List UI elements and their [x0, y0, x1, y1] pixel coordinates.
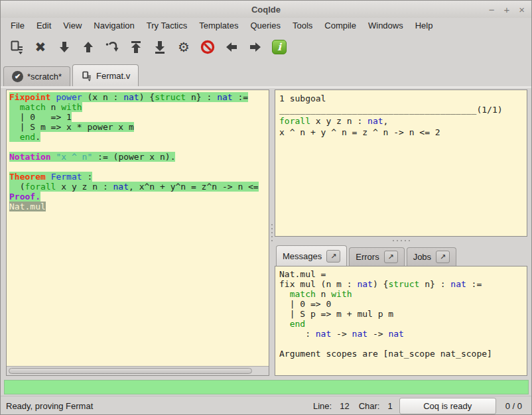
code-line: | S p => m + mul p m [279, 309, 523, 319]
menu-item-try-tactics[interactable]: Try Tactics [141, 19, 193, 32]
code-line: forall x y z n : nat, [279, 115, 523, 127]
code-line: fix mul (n m : nat) {struct n} : nat := [279, 279, 523, 289]
menu-item-templates[interactable]: Templates [193, 19, 244, 32]
check-circle-icon: ✔ [12, 71, 23, 82]
arrow-left-icon [224, 39, 239, 55]
go-to-cursor-icon [104, 39, 120, 55]
interrupt-icon [200, 39, 216, 55]
code-line: Argument scopes are [nat_scope nat_scope… [279, 349, 523, 359]
detach-errors-button[interactable]: ↗ [384, 251, 398, 263]
code-line: Proof. [9, 192, 269, 202]
job-counter: 0 / 0 [505, 401, 522, 411]
maximize-icon[interactable]: + [503, 5, 509, 15]
menu-item-file[interactable]: File [5, 19, 31, 32]
about-button[interactable]: i [269, 36, 290, 58]
code-line: | 0 => 1 [9, 112, 269, 122]
forward-button[interactable] [245, 36, 266, 58]
tab-jobs-label: Jobs [413, 252, 431, 262]
window-title: CoqIde [251, 5, 281, 15]
coq-state-label: Coq is ready [423, 401, 472, 411]
tab-jobs[interactable]: Jobs ↗ [407, 247, 456, 266]
arrow-up-icon [80, 39, 96, 55]
code-line: Nat.mul [9, 202, 269, 211]
code-line: : nat -> nat -> nat [279, 329, 523, 339]
step-forward-button[interactable] [54, 36, 75, 58]
code-line: x ^ n + y ^ n = z ^ n -> n <= 2 [279, 127, 523, 138]
close-x-icon: ✖ [35, 40, 46, 54]
detach-jobs-button[interactable]: ↗ [436, 251, 450, 263]
message-tab-bar: Messages ↗ Errors ↗ Jobs ↗ [275, 245, 527, 266]
editor-pane: Fixpoint power (x n : nat) {struct n} : … [6, 89, 269, 376]
tab-scratch[interactable]: ✔ *scratch* [3, 66, 70, 86]
window-controls: − + × [489, 1, 525, 18]
detach-arrow-icon: ↗ [388, 253, 394, 261]
minimize-icon[interactable]: − [489, 5, 495, 15]
menu-item-edit[interactable]: Edit [31, 19, 57, 32]
tab-messages[interactable]: Messages ↗ [276, 245, 347, 266]
go-to-start-button[interactable] [125, 36, 147, 58]
code-line: match n with [279, 289, 523, 299]
char-value: 1 [387, 401, 392, 411]
code-line: Nat.mul = [279, 269, 523, 279]
message-view[interactable]: Nat.mul =fix mul (n m : nat) {struct n} … [275, 266, 527, 376]
menu-item-windows[interactable]: Windows [362, 19, 409, 32]
coq-state-button[interactable]: Coq is ready [399, 398, 496, 414]
code-line: ______________________________________(1… [279, 104, 523, 115]
code-line [9, 162, 269, 172]
save-button[interactable] [6, 36, 27, 58]
code-line: | 0 => 0 [279, 299, 523, 309]
close-icon[interactable]: × [519, 5, 525, 15]
tab-fermat-label: Fermat.v [96, 71, 130, 81]
status-text: Ready, proving Fermat [6, 401, 93, 411]
arrow-right-icon [247, 39, 263, 55]
menu-item-compile[interactable]: Compile [318, 19, 362, 32]
menu-item-tools[interactable]: Tools [287, 19, 318, 32]
arrow-bottom-icon [152, 39, 168, 55]
arrow-down-icon [56, 39, 72, 55]
code-line: end. [9, 132, 269, 142]
editor-horizontal-scrollbar[interactable] [7, 366, 269, 375]
code-line: 1 subgoal [279, 93, 523, 104]
code-line [279, 339, 523, 349]
title-bar: CoqIde − + × [1, 1, 531, 18]
code-line [9, 142, 269, 152]
menu-item-navigation[interactable]: Navigation [88, 19, 140, 32]
detach-messages-button[interactable]: ↗ [326, 250, 340, 263]
menu-item-help[interactable]: Help [409, 19, 439, 32]
code-line: Fixpoint power (x n : nat) {struct n} : … [9, 92, 269, 102]
menu-item-view[interactable]: View [57, 19, 88, 32]
horizontal-splitter[interactable] [275, 237, 527, 245]
menu-bar: FileEditViewNavigationTry TacticsTemplat… [1, 18, 531, 32]
fully-check-button[interactable]: ⚙ [173, 36, 194, 58]
back-button[interactable] [221, 36, 242, 58]
code-line: (forall x y z n : nat, x^n + y^n = z^n -… [9, 182, 269, 192]
status-bar: Ready, proving Fermat Line: 12 Char: 1 C… [1, 396, 531, 415]
step-backward-button[interactable] [78, 36, 99, 58]
gear-icon: ⚙ [178, 40, 190, 54]
goal-view[interactable]: 1 subgoal_______________________________… [275, 89, 527, 237]
code-line: Notation "x ^ n" := (power x n). [9, 152, 269, 162]
tab-fermat[interactable]: Fermat.v [72, 64, 139, 86]
go-to-end-button[interactable] [149, 36, 170, 58]
tab-scratch-label: *scratch* [27, 72, 62, 82]
progress-bar [4, 380, 529, 394]
vertical-splitter[interactable] [269, 89, 275, 376]
line-label: Line: [313, 401, 332, 411]
interrupt-button[interactable] [197, 36, 218, 58]
line-value: 12 [340, 401, 349, 411]
char-label: Char: [359, 401, 380, 411]
detach-arrow-icon: ↗ [330, 252, 336, 261]
info-icon: i [272, 40, 287, 54]
save-icon [9, 39, 25, 55]
code-line: end [279, 319, 523, 329]
document-icon [81, 70, 92, 82]
tab-errors-label: Errors [356, 252, 379, 262]
toolbar: ✖ [1, 32, 531, 62]
close-doc-button[interactable]: ✖ [30, 36, 51, 58]
arrow-top-icon [128, 39, 144, 55]
go-to-cursor-button[interactable] [101, 36, 123, 58]
scrollbar-thumb[interactable] [9, 368, 252, 374]
menu-item-queries[interactable]: Queries [244, 19, 287, 32]
tab-errors[interactable]: Errors ↗ [349, 247, 404, 266]
editor-code[interactable]: Fixpoint power (x n : nat) {struct n} : … [7, 90, 269, 366]
